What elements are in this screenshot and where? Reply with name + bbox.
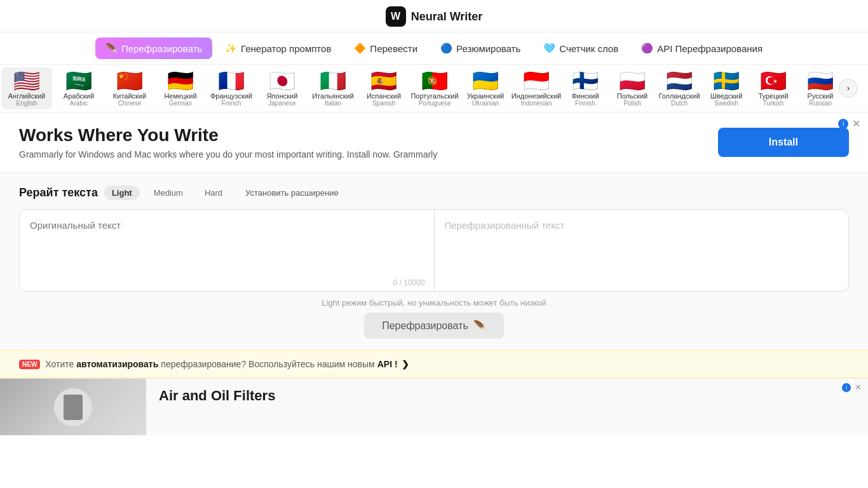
summarize-icon: 🔵 bbox=[440, 43, 452, 54]
lang-name-english: Английский bbox=[8, 92, 46, 100]
bottom-ad: Air and Oil Filters i ✕ bbox=[0, 378, 868, 435]
flag-turkish: 🇹🇷 bbox=[760, 70, 787, 92]
nav-item-wordcount[interactable]: 🩵 Счетчик слов bbox=[533, 37, 628, 59]
lang-name-turkish: Турецкий bbox=[758, 92, 788, 100]
lang-name-dutch: Голландский bbox=[658, 92, 700, 100]
lang-name-arabic: Арабский bbox=[64, 92, 94, 100]
input-panel: 0 / 10000 bbox=[20, 210, 435, 291]
lang-name-portuguese: Португальский bbox=[410, 92, 458, 100]
api-arrow-icon[interactable]: ❯ bbox=[402, 359, 409, 369]
bottom-ad-title: Air and Oil Filters bbox=[159, 388, 855, 404]
output-panel: Перефразированный текст bbox=[435, 210, 849, 291]
mode-hard-btn[interactable]: Hard bbox=[197, 186, 230, 200]
ad-info-icon[interactable]: i bbox=[838, 119, 848, 129]
flag-russian: 🇷🇺 bbox=[807, 70, 834, 92]
bottom-ad-close-icon[interactable]: ✕ bbox=[855, 383, 862, 392]
lang-en-turkish: Turkish bbox=[763, 100, 783, 107]
language-list: 🇺🇸 Английский English 🇸🇦 Арабский Arabic… bbox=[0, 67, 839, 109]
lang-item-arabic[interactable]: 🇸🇦 Арабский Arabic bbox=[55, 67, 103, 109]
rewrite-title: Рерайт текста bbox=[19, 186, 98, 200]
output-text-placeholder: Перефразированный текст bbox=[435, 210, 849, 291]
lang-item-german[interactable]: 🇩🇪 Немецкий German bbox=[156, 67, 205, 109]
lang-item-swedish[interactable]: 🇸🇪 Шведский Swedish bbox=[704, 67, 749, 109]
lang-item-russian[interactable]: 🇷🇺 Русский Russian bbox=[798, 67, 839, 109]
status-text: Light режим быстрый, но уникальность мож… bbox=[19, 298, 849, 308]
lang-en-german: German bbox=[169, 100, 192, 107]
mode-light-btn[interactable]: Light bbox=[104, 186, 140, 200]
install-extension-btn[interactable]: Установить расширение bbox=[240, 186, 344, 200]
nav-summarize-label: Резюмировать bbox=[456, 43, 520, 54]
lang-item-italian[interactable]: 🇮🇹 Итальянский Italian bbox=[309, 67, 357, 109]
lang-en-finnish: Finnish bbox=[575, 100, 595, 107]
lang-item-english[interactable]: 🇺🇸 Английский English bbox=[1, 67, 52, 109]
lang-name-polish: Польский bbox=[617, 92, 648, 100]
flag-portuguese: 🇵🇹 bbox=[421, 70, 448, 92]
lang-item-japanese[interactable]: 🇯🇵 Японский Japanese bbox=[258, 67, 306, 109]
lang-item-spanish[interactable]: 🇪🇸 Испанский Spanish bbox=[360, 67, 408, 109]
lang-item-chinese[interactable]: 🇨🇳 Китайский Chinese bbox=[105, 67, 154, 109]
api-icon: 🟣 bbox=[641, 43, 653, 54]
lang-name-french: Французский bbox=[210, 92, 252, 100]
lang-item-dutch[interactable]: 🇳🇱 Голландский Dutch bbox=[657, 67, 702, 109]
bottom-ad-controls: i ✕ bbox=[842, 383, 862, 392]
nav-item-translate[interactable]: 🔶 Перевести bbox=[344, 37, 428, 59]
lang-item-ukrainian[interactable]: 🇺🇦 Украинский Ukrainian bbox=[461, 67, 510, 109]
lang-en-english: English bbox=[17, 100, 37, 107]
lang-en-dutch: Dutch bbox=[671, 100, 688, 107]
flag-swedish: 🇸🇪 bbox=[713, 70, 740, 92]
flag-english: 🇺🇸 bbox=[13, 70, 40, 92]
lang-en-spanish: Spanish bbox=[372, 100, 395, 107]
logo-area: W Neural Writer bbox=[386, 6, 483, 27]
language-bar: 🇺🇸 Английский English 🇸🇦 Арабский Arabic… bbox=[0, 65, 868, 112]
lang-name-chinese: Китайский bbox=[113, 92, 146, 100]
api-banner-text-before: Хотите bbox=[45, 359, 74, 369]
lang-item-finnish[interactable]: 🇫🇮 Финский Finnish bbox=[563, 67, 607, 109]
lang-en-french: French bbox=[221, 100, 241, 107]
ad-headline: Works Where You Write bbox=[19, 125, 437, 146]
original-text-input[interactable] bbox=[20, 210, 434, 274]
lang-item-portuguese[interactable]: 🇵🇹 Португальский Portuguese bbox=[410, 67, 459, 109]
flag-italian: 🇮🇹 bbox=[320, 70, 346, 92]
nav-wordcount-label: Счетчик слов bbox=[559, 43, 618, 54]
nav-item-summarize[interactable]: 🔵 Резюмировать bbox=[430, 37, 531, 59]
nav-translate-label: Перевести bbox=[370, 43, 417, 54]
lang-item-turkish[interactable]: 🇹🇷 Турецкий Turkish bbox=[751, 67, 796, 109]
nav-item-paraphrase[interactable]: 🪶 Перефразировать bbox=[95, 37, 212, 59]
lang-item-french[interactable]: 🇫🇷 Французский French bbox=[207, 67, 255, 109]
api-banner: NEW Хотите автоматизировать перефразиров… bbox=[0, 350, 868, 378]
logo-icon: W bbox=[386, 6, 406, 27]
flag-german: 🇩🇪 bbox=[167, 70, 194, 92]
ad-text: Works Where You Write Grammarly for Wind… bbox=[19, 125, 437, 159]
prompt-icon: ✨ bbox=[225, 43, 237, 54]
lang-en-russian: Russian bbox=[809, 100, 832, 107]
flag-dutch: 🇳🇱 bbox=[666, 70, 693, 92]
lang-chevron-btn[interactable]: › bbox=[839, 79, 858, 98]
paraphrase-btn-wrap: Перефразировать 🪶 bbox=[19, 313, 849, 339]
nav-item-prompt[interactable]: ✨ Генератор промптов bbox=[215, 37, 341, 59]
lang-en-arabic: Arabic bbox=[70, 100, 88, 107]
bottom-ad-image bbox=[0, 379, 146, 435]
flag-indonesian: 🇮🇩 bbox=[523, 70, 550, 92]
lang-en-italian: Italian bbox=[325, 100, 342, 107]
translate-icon: 🔶 bbox=[354, 43, 366, 54]
install-button[interactable]: Install bbox=[718, 128, 849, 157]
ad-close-icon[interactable]: ✕ bbox=[852, 118, 860, 130]
lang-name-finnish: Финский bbox=[571, 92, 599, 100]
nav-api-label: API Перефразирования bbox=[657, 43, 763, 54]
flag-polish: 🇵🇱 bbox=[619, 70, 646, 92]
ad-description: Grammarly for Windows and Mac works wher… bbox=[19, 149, 437, 159]
lang-item-indonesian[interactable]: 🇮🇩 Индонезийский Indonesian bbox=[512, 67, 560, 109]
lang-name-spanish: Испанский bbox=[367, 92, 401, 100]
flag-chinese: 🇨🇳 bbox=[116, 70, 143, 92]
text-container: 0 / 10000 Перефразированный текст bbox=[19, 209, 849, 292]
brand-name: Neural Writer bbox=[411, 10, 483, 24]
lang-item-polish[interactable]: 🇵🇱 Польский Polish bbox=[610, 67, 654, 109]
main-content: Рерайт текста Light Medium Hard Установи… bbox=[0, 173, 868, 350]
lang-en-japanese: Japanese bbox=[268, 100, 295, 107]
bottom-ad-info-icon[interactable]: i bbox=[842, 383, 851, 392]
nav-prompt-label: Генератор промптов bbox=[241, 43, 331, 54]
ad-controls: i ✕ bbox=[838, 118, 860, 130]
paraphrase-button[interactable]: Перефразировать 🪶 bbox=[364, 313, 504, 339]
nav-item-api[interactable]: 🟣 API Перефразирования bbox=[631, 37, 773, 59]
mode-medium-btn[interactable]: Medium bbox=[146, 186, 191, 200]
